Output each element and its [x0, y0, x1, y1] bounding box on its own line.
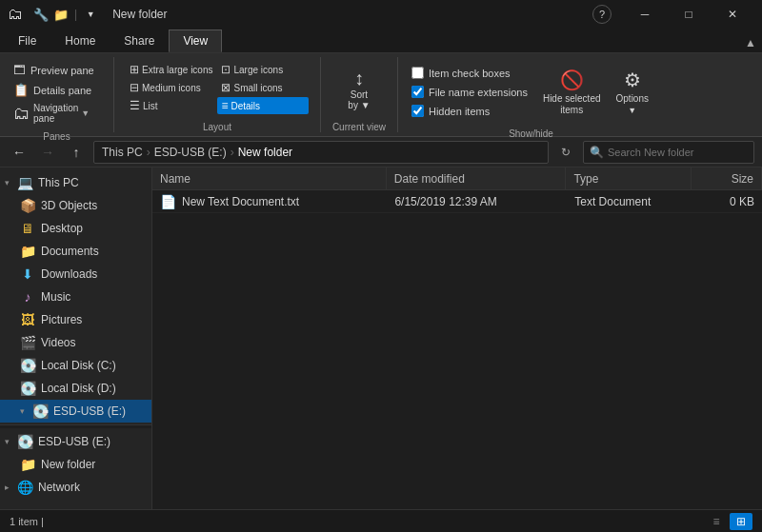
- title-bar: 🗂 🔧 📁 | ▼ New folder ? ─ □ ✕: [0, 0, 762, 29]
- sidebar-item-local-disk-c[interactable]: 💽 Local Disk (C:): [0, 354, 151, 377]
- medium-icon: ⊟: [130, 81, 139, 94]
- window-controls: ─ □ ✕: [623, 0, 754, 29]
- file-name-extensions-option[interactable]: File name extensions: [411, 84, 528, 100]
- local-disk-c-icon: 💽: [20, 358, 35, 373]
- new-folder-icon: 📁: [20, 457, 35, 472]
- options-button[interactable]: ⚙ Options ▼: [611, 65, 654, 119]
- network-label: Network: [38, 481, 80, 494]
- layout-list[interactable]: ☰ List: [126, 97, 216, 114]
- details-pane-button[interactable]: 📋 Details pane: [10, 81, 95, 99]
- sidebar-item-desktop[interactable]: 🖥 Desktop: [0, 217, 151, 240]
- sidebar-item-this-pc[interactable]: ▾ 💻 This PC: [0, 171, 151, 194]
- item-check-boxes-option[interactable]: Item check boxes: [411, 65, 528, 81]
- window-icon: 🗂: [8, 6, 23, 23]
- sidebar-item-local-disk-d[interactable]: 💽 Local Disk (D:): [0, 377, 151, 400]
- sidebar-item-3d-objects[interactable]: 📦 3D Objects: [0, 194, 151, 217]
- search-bar: 🔍: [583, 141, 754, 164]
- sidebar-item-downloads[interactable]: ⬇ Downloads: [0, 263, 151, 286]
- new-folder-label: New folder: [41, 458, 95, 471]
- back-button[interactable]: ←: [8, 141, 30, 164]
- item-check-boxes-label: Item check boxes: [429, 68, 511, 79]
- nav-pane-dropdown-arrow[interactable]: ▼: [81, 108, 90, 118]
- documents-label: Documents: [41, 245, 99, 258]
- esd-usb-icon: 💽: [32, 404, 48, 419]
- tab-home[interactable]: Home: [50, 30, 110, 52]
- layout-medium-icons[interactable]: ⊟ Medium icons: [126, 79, 216, 96]
- tab-share[interactable]: Share: [110, 30, 169, 52]
- qa-new-folder-button[interactable]: 📁: [52, 6, 70, 23]
- nav-pane-icon: 🗂: [13, 104, 30, 124]
- sidebar-item-documents[interactable]: 📁 Documents: [0, 240, 151, 263]
- file-list-header: Name Date modified Type Size: [152, 167, 762, 190]
- music-label: Music: [41, 290, 70, 304]
- breadcrumb-pc[interactable]: This PC: [102, 146, 143, 159]
- music-icon: ♪: [20, 289, 35, 305]
- layout-details[interactable]: ≡ Details: [217, 97, 308, 114]
- up-button[interactable]: ↑: [65, 141, 88, 164]
- sidebar-item-new-folder[interactable]: 📁 New folder: [0, 453, 151, 476]
- collapse-ribbon-button[interactable]: ▲: [739, 33, 762, 52]
- minimize-button[interactable]: ─: [623, 0, 667, 29]
- large-label: Large icons: [233, 65, 283, 75]
- this-pc-label: This PC: [38, 176, 79, 189]
- layout-extra-large-icons[interactable]: ⊞ Extra large icons: [126, 61, 216, 78]
- search-input[interactable]: [608, 147, 748, 158]
- view-toggle-buttons: ≡ ⊞: [705, 513, 752, 530]
- column-type-header[interactable]: Type: [566, 167, 691, 189]
- preview-pane-button[interactable]: 🗔 Preview pane: [10, 61, 98, 79]
- hide-selected-icon: 🚫: [560, 69, 584, 91]
- address-bar: ← → ↑ This PC › ESD-USB (E:) › New folde…: [0, 137, 762, 167]
- local-disk-d-label: Local Disk (D:): [41, 382, 116, 395]
- hidden-items-option[interactable]: Hidden items: [411, 103, 528, 119]
- preview-pane-label: Preview pane: [30, 65, 94, 76]
- details-view-button[interactable]: ≡: [705, 513, 728, 530]
- extra-large-icon: ⊞: [130, 63, 139, 76]
- esd-usb2-icon: 💽: [17, 434, 32, 449]
- navigation-pane-button[interactable]: 🗂 Navigation pane ▼: [10, 101, 93, 126]
- table-row[interactable]: 📄 New Text Document.txt 6/15/2019 12:39 …: [152, 190, 762, 213]
- search-icon: 🔍: [590, 146, 604, 159]
- hide-selected-label: Hide selecteditems: [543, 93, 601, 116]
- column-date-header[interactable]: Date modified: [387, 167, 567, 189]
- details-icon: ≡: [221, 99, 228, 112]
- help-button[interactable]: ?: [592, 5, 612, 24]
- tab-file[interactable]: File: [4, 30, 50, 52]
- sidebar-section-esd-usb[interactable]: ▾ 💽 ESD-USB (E:): [0, 430, 151, 453]
- list-icon: ☰: [130, 99, 140, 112]
- column-size-header[interactable]: Size: [692, 167, 762, 189]
- qa-properties-button[interactable]: 🔧: [32, 6, 50, 23]
- current-view-group-label: Current view: [332, 122, 386, 132]
- sort-by-button[interactable]: ↕ Sort by ▼: [331, 64, 388, 114]
- esd-usb-label: ESD-USB (E:): [53, 404, 126, 418]
- sidebar-item-network[interactable]: ▸ 🌐 Network: [0, 476, 151, 499]
- options-arrow: ▼: [628, 106, 636, 115]
- layout-group-label: Layout: [203, 122, 231, 132]
- layout-large-icons[interactable]: ⊡ Large icons: [217, 61, 308, 78]
- large-icons-view-button[interactable]: ⊞: [730, 513, 752, 530]
- 3d-objects-icon: 📦: [20, 198, 35, 213]
- extra-large-label: Extra large icons: [142, 65, 212, 75]
- ribbon-group-panes: 🗔 Preview pane 📋 Details pane 🗂 Navigati…: [0, 57, 114, 132]
- breadcrumb-current[interactable]: New folder: [238, 146, 292, 159]
- hidden-items-checkbox[interactable]: [411, 105, 424, 117]
- column-name-header[interactable]: Name: [152, 167, 387, 189]
- maximize-button[interactable]: □: [667, 0, 711, 29]
- breadcrumb-esd[interactable]: ESD-USB (E:): [154, 146, 227, 159]
- file-type: Text Document: [574, 195, 651, 208]
- tab-view[interactable]: View: [169, 30, 222, 52]
- window-title: New folder: [112, 8, 167, 21]
- local-disk-d-icon: 💽: [20, 381, 35, 396]
- sidebar-item-videos[interactable]: 🎬 Videos: [0, 331, 151, 354]
- sidebar-item-esd-usb-e[interactable]: ▾ 💽 ESD-USB (E:): [0, 400, 151, 423]
- forward-button[interactable]: →: [36, 141, 59, 164]
- close-button[interactable]: ✕: [711, 0, 754, 29]
- large-icon: ⊡: [221, 63, 231, 76]
- sidebar-item-pictures[interactable]: 🖼 Pictures: [0, 308, 151, 331]
- qa-dropdown-button[interactable]: ▼: [82, 6, 99, 23]
- layout-small-icons[interactable]: ⊠ Small icons: [217, 79, 308, 96]
- file-name-extensions-checkbox[interactable]: [411, 86, 424, 98]
- hide-selected-button[interactable]: 🚫 Hide selecteditems: [537, 65, 607, 120]
- refresh-button[interactable]: ↻: [554, 141, 577, 164]
- sidebar-item-music[interactable]: ♪ Music: [0, 286, 151, 308]
- item-check-boxes-checkbox[interactable]: [411, 67, 424, 79]
